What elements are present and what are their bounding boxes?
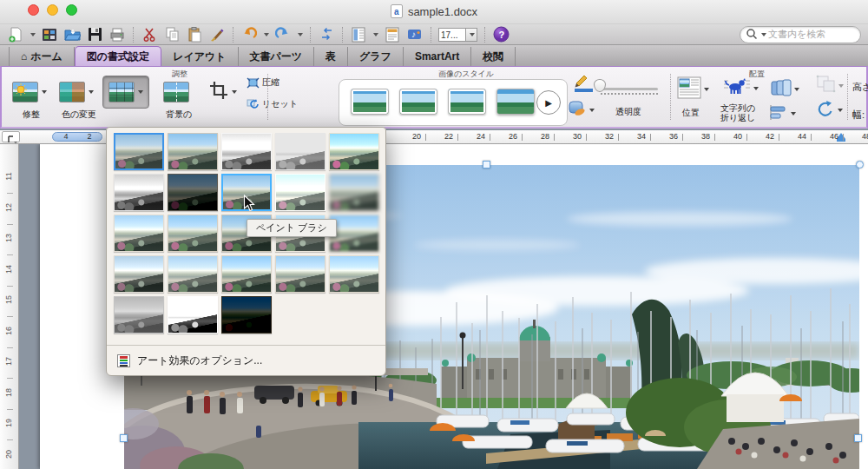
- ruler-number: 42: [763, 132, 777, 141]
- picture-effects-button[interactable]: [568, 100, 595, 121]
- artistic-effect-chalk-sketch[interactable]: [329, 133, 379, 170]
- tab-picture-format[interactable]: 図の書式設定: [75, 46, 161, 66]
- svg-text:?: ?: [498, 30, 504, 40]
- align-caret[interactable]: [791, 112, 796, 116]
- paste-icon[interactable]: [186, 26, 203, 43]
- reorder-caret[interactable]: [794, 88, 799, 91]
- artistic-effect-none[interactable]: [114, 133, 164, 170]
- header-footer-icon[interactable]: [384, 26, 401, 43]
- position-label: 位置: [668, 107, 713, 119]
- ruler-number: 34: [635, 132, 648, 141]
- artistic-effect-photocopy[interactable]: [168, 296, 218, 334]
- position-caret[interactable]: [704, 88, 709, 91]
- tab-smartart[interactable]: SmartArt: [404, 47, 471, 66]
- wrap-text-button[interactable]: [722, 77, 759, 100]
- search-field[interactable]: 文書内を検索: [740, 26, 861, 43]
- tab-chart[interactable]: グラフ: [348, 47, 404, 66]
- ruler-number: 32: [602, 132, 616, 141]
- artistic-effect-watercolor[interactable]: [168, 255, 218, 293]
- tab-review[interactable]: 校閲: [471, 47, 516, 66]
- tab-document-elements[interactable]: 文書パーツ: [239, 47, 315, 66]
- zoom-value[interactable]: 17...: [438, 28, 466, 42]
- picture-style-3[interactable]: [448, 89, 486, 115]
- artistic-effects-button[interactable]: [102, 76, 149, 109]
- picture-style-1[interactable]: [351, 89, 389, 115]
- media-browser-icon[interactable]: ♪: [406, 26, 424, 43]
- selection-handle-top-center[interactable]: [483, 161, 490, 168]
- artistic-effect-pencil-grayscale[interactable]: [221, 133, 272, 170]
- rotate-caret[interactable]: [838, 109, 843, 112]
- artistic-effect-cutout-lines[interactable]: [114, 255, 164, 293]
- ruler-number: 46: [827, 132, 841, 141]
- sidebar-view-caret[interactable]: [373, 33, 378, 36]
- artistic-effects-options-item[interactable]: アート効果のオプション...: [117, 351, 262, 370]
- artistic-effects-caret[interactable]: [138, 90, 143, 94]
- picture-effects-caret[interactable]: [589, 109, 595, 112]
- group-button[interactable]: [816, 76, 844, 96]
- position-button[interactable]: [677, 77, 709, 102]
- help-icon[interactable]: ?: [492, 26, 510, 43]
- format-painter-icon[interactable]: [208, 26, 226, 43]
- new-document-button[interactable]: [7, 26, 24, 43]
- sidebar-view-icon[interactable]: [350, 26, 367, 43]
- tab-table[interactable]: 表: [314, 47, 348, 66]
- ruler-number: 44: [795, 132, 809, 141]
- crop-button[interactable]: [208, 76, 237, 109]
- reset-button[interactable]: リセット: [247, 98, 298, 110]
- zoom-caret[interactable]: [466, 28, 477, 42]
- tab-layout[interactable]: レイアウト: [161, 47, 238, 66]
- artistic-effect-crisscross[interactable]: [221, 255, 272, 293]
- selection-handle-left-middle[interactable]: [120, 434, 128, 442]
- search-scope-caret[interactable]: [761, 33, 766, 36]
- group-caret[interactable]: [838, 84, 844, 88]
- rotate-button[interactable]: [816, 100, 843, 121]
- zoom-control[interactable]: 17...: [438, 28, 477, 42]
- selection-handle-right-middle[interactable]: [854, 434, 862, 442]
- artistic-effect-pastel-smooth[interactable]: [329, 255, 379, 293]
- recolor-button[interactable]: [59, 76, 94, 109]
- copy-icon[interactable]: [163, 26, 181, 43]
- recolor-label: 色の変更: [52, 109, 106, 121]
- tab-stop-selector[interactable]: [2, 131, 20, 142]
- corrections-button[interactable]: [12, 76, 47, 109]
- print-button[interactable]: [108, 26, 126, 43]
- corrections-label: 修整: [9, 109, 54, 121]
- artistic-effect-brush-dabs[interactable]: [168, 215, 218, 252]
- picture-style-4[interactable]: [496, 89, 535, 115]
- track-changes-icon[interactable]: [318, 26, 335, 43]
- crop-caret[interactable]: [232, 90, 237, 94]
- recolor-caret[interactable]: [89, 90, 94, 94]
- transparency-slider-track[interactable]: [599, 88, 658, 90]
- artistic-effect-light-wash[interactable]: [275, 174, 326, 211]
- artistic-effect-texturizer[interactable]: [275, 255, 326, 293]
- selection-handle-top-right[interactable]: [856, 161, 864, 168]
- undo-icon[interactable]: [240, 26, 258, 43]
- artistic-options-icon: [117, 354, 130, 367]
- artistic-effect-pencil-marker[interactable]: [168, 133, 218, 170]
- corrections-caret[interactable]: [42, 90, 47, 94]
- template-gallery-button[interactable]: [41, 26, 58, 43]
- undo-caret[interactable]: [264, 33, 269, 36]
- reorder-button[interactable]: [771, 79, 799, 100]
- remove-background-button[interactable]: [163, 76, 189, 109]
- artistic-effect-paint-strokes-gray[interactable]: [114, 174, 164, 211]
- artistic-effect-glow-edges[interactable]: [221, 296, 272, 334]
- tab-home[interactable]: ⌂ホーム: [9, 47, 75, 66]
- styles-more-button[interactable]: ▶: [536, 90, 561, 115]
- artistic-effect-blur[interactable]: [329, 174, 379, 211]
- wrap-text-caret[interactable]: [753, 87, 759, 90]
- artistic-effect-cement[interactable]: [114, 296, 164, 334]
- save-button[interactable]: [86, 26, 103, 43]
- ruler-number: 12: [4, 201, 13, 215]
- redo-caret[interactable]: [298, 33, 303, 36]
- picture-style-2[interactable]: [399, 89, 437, 115]
- artistic-effect-line-drawing[interactable]: [275, 133, 326, 170]
- artistic-effect-glass-blocks[interactable]: [114, 215, 164, 252]
- align-button[interactable]: [769, 103, 796, 124]
- open-button[interactable]: [63, 26, 81, 43]
- cut-icon[interactable]: [141, 26, 158, 43]
- artistic-effect-low-key[interactable]: [168, 174, 218, 211]
- new-document-caret[interactable]: [30, 33, 36, 36]
- redo-icon[interactable]: [274, 26, 292, 43]
- compress-button[interactable]: 圧縮: [247, 76, 279, 89]
